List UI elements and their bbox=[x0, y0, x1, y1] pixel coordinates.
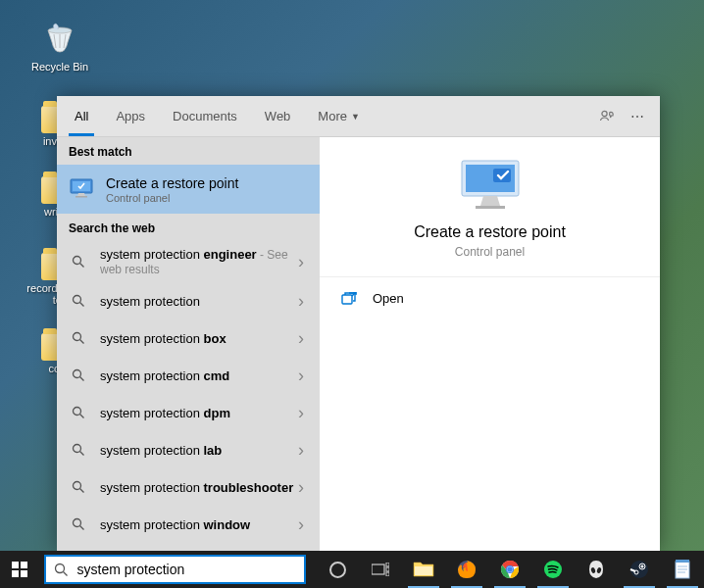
task-view-button[interactable] bbox=[359, 551, 402, 588]
search-icon bbox=[69, 514, 88, 534]
svg-rect-24 bbox=[386, 563, 389, 566]
taskbar-search-box[interactable] bbox=[44, 555, 306, 584]
tab-label: All bbox=[75, 109, 88, 123]
taskbar-app-steam[interactable] bbox=[618, 551, 661, 588]
search-tabs: All Apps Documents Web More▼ ⋯ bbox=[57, 96, 660, 137]
cortana-button[interactable] bbox=[316, 551, 359, 588]
svg-point-10 bbox=[74, 445, 81, 453]
svg-rect-41 bbox=[676, 560, 689, 563]
svg-rect-17 bbox=[342, 295, 352, 304]
chevron-down-icon: ▼ bbox=[351, 112, 360, 122]
preview-subtitle: Control panel bbox=[455, 245, 525, 259]
control-panel-monitor-icon bbox=[69, 178, 94, 200]
svg-rect-4 bbox=[75, 196, 87, 198]
start-button[interactable] bbox=[0, 551, 40, 588]
tab-web[interactable]: Web bbox=[251, 96, 305, 136]
result-subtitle: Control panel bbox=[106, 192, 308, 204]
taskbar-app-spotify[interactable] bbox=[531, 551, 575, 588]
web-result-item[interactable]: system protection cmd› bbox=[57, 357, 320, 394]
chevron-right-icon[interactable]: › bbox=[294, 514, 308, 535]
chevron-right-icon[interactable]: › bbox=[294, 252, 308, 272]
taskbar-app-file-explorer[interactable] bbox=[402, 551, 445, 588]
web-result-text: system protection engineer - See web res… bbox=[100, 247, 294, 276]
search-results-list: Best match Create a restore point Contro… bbox=[57, 137, 320, 551]
search-icon bbox=[69, 291, 88, 311]
cortana-icon bbox=[329, 562, 346, 578]
firefox-icon bbox=[457, 560, 477, 579]
alienware-icon bbox=[587, 560, 605, 579]
chevron-right-icon[interactable]: › bbox=[294, 366, 308, 386]
chevron-right-icon[interactable]: › bbox=[294, 477, 308, 498]
web-result-text: system protection cmd bbox=[100, 368, 294, 383]
svg-point-0 bbox=[48, 27, 72, 33]
svg-rect-21 bbox=[21, 570, 27, 577]
tab-apps[interactable]: Apps bbox=[102, 96, 159, 136]
tab-more[interactable]: More▼ bbox=[304, 96, 374, 136]
steam-icon bbox=[629, 560, 649, 579]
svg-rect-16 bbox=[476, 206, 505, 209]
chevron-right-icon[interactable]: › bbox=[294, 403, 308, 423]
svg-point-1 bbox=[602, 111, 607, 116]
web-result-text: system protection troubleshooter bbox=[100, 480, 294, 495]
web-result-item[interactable]: system protection troubleshooter› bbox=[57, 468, 320, 506]
windows-logo-icon bbox=[12, 562, 27, 577]
more-options-icon[interactable]: ⋯ bbox=[630, 109, 644, 124]
web-result-item[interactable]: system protection› bbox=[57, 282, 320, 319]
chrome-icon bbox=[500, 560, 520, 579]
web-result-item[interactable]: system protection lab› bbox=[57, 431, 320, 468]
open-label: Open bbox=[373, 291, 404, 306]
svg-point-9 bbox=[74, 408, 81, 416]
tab-label: Documents bbox=[173, 109, 237, 123]
svg-point-6 bbox=[74, 296, 81, 304]
svg-rect-27 bbox=[415, 566, 432, 575]
web-result-item[interactable]: system protection engineer - See web res… bbox=[57, 241, 320, 282]
control-panel-monitor-icon bbox=[456, 159, 525, 212]
preview-title: Create a restore point bbox=[414, 223, 566, 241]
svg-rect-25 bbox=[386, 567, 389, 571]
svg-point-11 bbox=[74, 482, 81, 490]
search-icon bbox=[46, 563, 77, 577]
taskbar-app-firefox[interactable] bbox=[445, 551, 488, 588]
web-result-text: system protection lab bbox=[100, 443, 294, 458]
recycle-bin-desktop-icon[interactable]: Recycle Bin bbox=[25, 18, 94, 73]
search-icon bbox=[69, 477, 88, 497]
open-action[interactable]: Open bbox=[320, 277, 660, 319]
tab-documents[interactable]: Documents bbox=[159, 96, 251, 136]
svg-point-12 bbox=[74, 519, 81, 527]
best-match-header: Best match bbox=[57, 137, 320, 165]
taskbar-app-chrome[interactable] bbox=[488, 551, 531, 588]
file-explorer-icon bbox=[413, 561, 434, 578]
spotify-icon bbox=[543, 560, 563, 579]
notepad-icon bbox=[675, 560, 690, 579]
web-result-item[interactable]: system protection window› bbox=[57, 506, 320, 543]
best-match-result[interactable]: Create a restore point Control panel bbox=[57, 165, 320, 214]
taskbar-app-notepad[interactable] bbox=[661, 551, 704, 588]
svg-point-36 bbox=[630, 561, 648, 578]
open-icon bbox=[341, 292, 359, 306]
chevron-right-icon[interactable]: › bbox=[294, 440, 308, 461]
tab-all[interactable]: All bbox=[61, 96, 102, 136]
feedback-icon[interactable] bbox=[599, 109, 615, 124]
taskbar-app-alienware[interactable] bbox=[575, 551, 618, 588]
task-view-icon bbox=[372, 563, 389, 576]
tab-label: More bbox=[318, 109, 347, 123]
search-icon bbox=[69, 403, 88, 422]
search-icon bbox=[69, 366, 88, 385]
search-preview-panel: Create a restore point Control panel Ope… bbox=[320, 137, 660, 551]
web-result-item[interactable]: system protection dpm› bbox=[57, 394, 320, 431]
svg-point-5 bbox=[74, 257, 81, 265]
chevron-right-icon[interactable]: › bbox=[294, 328, 308, 349]
svg-rect-20 bbox=[12, 570, 19, 577]
web-result-text: system protection box bbox=[100, 331, 294, 346]
search-icon bbox=[69, 328, 88, 348]
taskbar bbox=[0, 551, 704, 588]
web-result-item[interactable]: system protection box› bbox=[57, 319, 320, 357]
tab-label: Web bbox=[265, 109, 291, 123]
chevron-right-icon[interactable]: › bbox=[294, 291, 308, 312]
svg-point-8 bbox=[74, 370, 81, 378]
web-result-text: system protection window bbox=[100, 517, 294, 532]
recycle-bin-label: Recycle Bin bbox=[25, 61, 94, 73]
search-input[interactable] bbox=[77, 562, 304, 577]
svg-rect-40 bbox=[676, 562, 689, 578]
result-title: Create a restore point bbox=[106, 175, 308, 191]
